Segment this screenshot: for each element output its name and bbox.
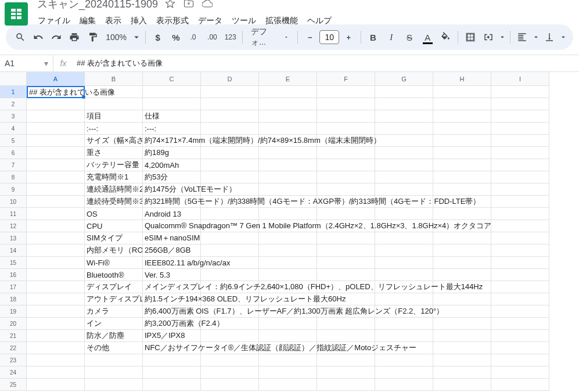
menu-データ[interactable]: データ bbox=[194, 13, 226, 28]
cell[interactable] bbox=[375, 110, 433, 123]
percent-icon[interactable]: % bbox=[167, 28, 184, 46]
col-header-F[interactable]: F bbox=[317, 72, 375, 86]
cell[interactable] bbox=[433, 135, 491, 147]
cell[interactable]: eSIM＋nanoSIM bbox=[143, 232, 201, 244]
cell[interactable] bbox=[201, 98, 259, 110]
cell[interactable] bbox=[491, 342, 549, 354]
cell[interactable] bbox=[201, 379, 259, 391]
col-header-H[interactable]: H bbox=[433, 72, 491, 86]
cell[interactable] bbox=[259, 330, 317, 342]
cell[interactable]: 充電時間※1 bbox=[85, 171, 143, 184]
cell[interactable] bbox=[375, 318, 433, 330]
cell[interactable] bbox=[85, 354, 143, 366]
cell[interactable] bbox=[201, 159, 259, 171]
cell[interactable] bbox=[375, 257, 433, 269]
cell[interactable] bbox=[259, 244, 317, 257]
cell[interactable] bbox=[375, 86, 433, 98]
cell[interactable] bbox=[259, 123, 317, 135]
cell[interactable] bbox=[201, 86, 259, 98]
menu-表示形式[interactable]: 表示形式 bbox=[152, 13, 193, 28]
cell[interactable] bbox=[201, 123, 259, 135]
cell[interactable] bbox=[433, 184, 491, 196]
cell[interactable] bbox=[27, 184, 85, 196]
cell[interactable] bbox=[259, 159, 317, 171]
cell[interactable] bbox=[259, 184, 317, 196]
increase-font-icon[interactable]: + bbox=[340, 28, 357, 46]
row-header[interactable]: 2 bbox=[0, 98, 27, 110]
cell[interactable]: Ver. 5.3 bbox=[143, 269, 201, 281]
sheets-logo[interactable] bbox=[5, 2, 28, 26]
cell[interactable] bbox=[491, 147, 549, 159]
cell[interactable]: 約1.5インチ194×368 OLED、リフレッシュレート最大60Hz bbox=[143, 293, 201, 305]
cell[interactable] bbox=[491, 232, 549, 244]
cell[interactable]: 約6,400万画素 OIS（F1.7）、レーザーAF／約1,300万画素 超広角… bbox=[143, 305, 201, 318]
cell[interactable] bbox=[27, 379, 85, 391]
cell[interactable] bbox=[259, 110, 317, 123]
cell[interactable] bbox=[491, 86, 549, 98]
cell[interactable] bbox=[375, 171, 433, 184]
cell[interactable] bbox=[259, 171, 317, 184]
cell[interactable] bbox=[433, 159, 491, 171]
cell[interactable] bbox=[375, 98, 433, 110]
cell[interactable]: OS bbox=[85, 208, 143, 220]
cell[interactable] bbox=[491, 366, 549, 379]
cell[interactable]: その他 bbox=[85, 342, 143, 354]
format-123-icon[interactable]: 123 bbox=[222, 28, 239, 46]
font-size-input[interactable]: 10 bbox=[319, 30, 339, 44]
row-header[interactable]: 14 bbox=[0, 244, 27, 257]
cell[interactable] bbox=[317, 147, 375, 159]
cell[interactable]: 約1475分（VoLTEモード） bbox=[143, 184, 201, 196]
cell[interactable] bbox=[201, 366, 259, 379]
cell[interactable]: 4,200mAh bbox=[143, 159, 201, 171]
cell[interactable] bbox=[491, 208, 549, 220]
cell[interactable] bbox=[201, 110, 259, 123]
cell[interactable] bbox=[27, 342, 85, 354]
cell[interactable] bbox=[85, 379, 143, 391]
cell[interactable]: カメラ bbox=[85, 305, 143, 318]
borders-icon[interactable] bbox=[462, 28, 479, 46]
cell[interactable]: 防水／防塵 bbox=[85, 330, 143, 342]
cell[interactable] bbox=[143, 354, 201, 366]
cell[interactable] bbox=[491, 281, 549, 293]
cell[interactable] bbox=[259, 354, 317, 366]
zoom-select[interactable]: 100% bbox=[102, 33, 130, 42]
cell[interactable]: 256GB／8GB bbox=[143, 244, 201, 257]
cell[interactable]: NFC／おサイフケータイ®／生体認証（顔認証）／指紋認証／Motoジェスチャー bbox=[143, 342, 201, 354]
row-header[interactable]: 13 bbox=[0, 232, 27, 244]
row-header[interactable]: 4 bbox=[0, 123, 27, 135]
cell[interactable] bbox=[27, 257, 85, 269]
cell[interactable] bbox=[201, 244, 259, 257]
col-header-I[interactable]: I bbox=[491, 72, 549, 86]
fill-color-icon[interactable] bbox=[437, 28, 454, 46]
menu-ヘルプ[interactable]: ヘルプ bbox=[303, 13, 336, 28]
decrease-font-icon[interactable]: − bbox=[301, 28, 318, 46]
cell[interactable]: 内部メモリ（ROM／RAM） bbox=[85, 244, 143, 257]
cell[interactable] bbox=[317, 330, 375, 342]
cell[interactable]: 約53分 bbox=[143, 171, 201, 184]
chevron-down-icon[interactable] bbox=[498, 28, 506, 46]
cell[interactable] bbox=[27, 269, 85, 281]
cell[interactable] bbox=[317, 232, 375, 244]
col-header-C[interactable]: C bbox=[143, 72, 201, 86]
cell[interactable] bbox=[201, 147, 259, 159]
cell[interactable]: ディスプレイ bbox=[85, 281, 143, 293]
cell[interactable] bbox=[491, 330, 549, 342]
star-icon[interactable] bbox=[165, 0, 175, 10]
print-icon[interactable] bbox=[66, 28, 83, 46]
cell[interactable] bbox=[27, 123, 85, 135]
row-header[interactable]: 21 bbox=[0, 330, 27, 342]
cell[interactable]: SIMタイプ bbox=[85, 232, 143, 244]
row-header[interactable]: 17 bbox=[0, 281, 27, 293]
col-header-D[interactable]: D bbox=[201, 72, 259, 86]
row-header[interactable]: 19 bbox=[0, 305, 27, 318]
row-header[interactable]: 11 bbox=[0, 208, 27, 220]
cell[interactable]: :---: bbox=[85, 123, 143, 135]
menu-表示[interactable]: 表示 bbox=[101, 13, 125, 28]
menu-編集[interactable]: 編集 bbox=[75, 13, 100, 28]
cell[interactable] bbox=[27, 220, 85, 232]
search-icon[interactable] bbox=[12, 28, 28, 46]
cell[interactable]: アウトディスプレイ bbox=[85, 293, 143, 305]
cell[interactable] bbox=[259, 366, 317, 379]
cell[interactable] bbox=[375, 147, 433, 159]
cell[interactable] bbox=[259, 98, 317, 110]
